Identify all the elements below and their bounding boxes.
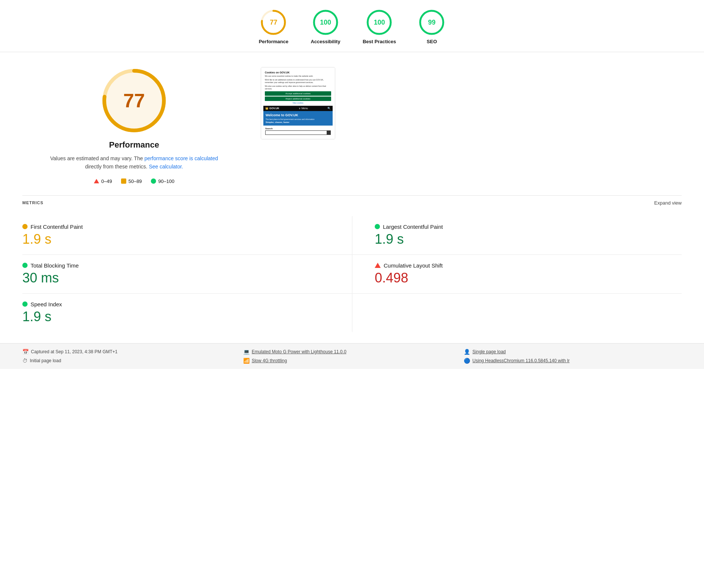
lcp-indicator: [375, 224, 380, 229]
square-icon: [121, 178, 126, 184]
search-input-mock: [266, 131, 327, 135]
score-label-performance: Performance: [259, 39, 288, 44]
score-bar: 77 Performance 100 Accessibility 100 Bes…: [0, 0, 704, 52]
score-label-accessibility: Accessibility: [311, 39, 340, 44]
govuk-bar: 👑 GOV.UK ∨ Menu 🔍: [263, 106, 333, 111]
govuk-search-icon: 🔍: [327, 107, 331, 110]
cls-value: 0.498: [375, 270, 674, 286]
calendar-icon: 📅: [22, 349, 29, 355]
metrics-grid: First Contentful Paint 1.9 s Largest Con…: [22, 216, 682, 332]
metric-si-header: Speed Index: [22, 301, 345, 307]
big-score-circle: 77: [101, 67, 168, 134]
footer-chromium: 🔵 Using HeadlessChromium 116.0.5845.140 …: [464, 358, 682, 364]
throttling-link[interactable]: Slow 4G throttling: [252, 358, 287, 363]
perf-score-link[interactable]: performance score is calculated: [145, 155, 218, 161]
metric-tbt-header: Total Blocking Time: [22, 262, 345, 269]
laptop-icon: 💻: [243, 349, 250, 355]
single-page-link[interactable]: Single page load: [472, 349, 505, 354]
si-value: 1.9 s: [22, 309, 345, 325]
reject-btn: Reject additional cookies: [265, 97, 331, 101]
legend-range-low: 0–49: [101, 178, 112, 184]
score-label-best-practices: Best Practices: [363, 39, 396, 44]
cookie-text-1: We use some essential cookies to make th…: [265, 75, 331, 78]
govuk-logo: 👑 GOV.UK: [265, 107, 279, 110]
govuk-menu: ∨ Menu: [299, 107, 308, 110]
hero-tagline: Simpler, clearer, faster: [266, 121, 330, 123]
fcp-value: 1.9 s: [22, 231, 345, 247]
user-icon: 👤: [464, 349, 470, 355]
screenshot-panel: Cookies on GOV.UK We use some essential …: [261, 67, 335, 139]
score-item-performance[interactable]: 77 Performance: [259, 9, 288, 44]
footer: 📅 Captured at Sep 11, 2023, 4:38 PM GMT+…: [0, 343, 704, 369]
screenshot-mock: Cookies on GOV.UK We use some essential …: [261, 67, 335, 139]
score-circle-accessibility: 100: [312, 9, 339, 36]
chromium-link[interactable]: Using HeadlessChromium 116.0.5845.140 wi…: [472, 358, 570, 363]
chromium-icon: 🔵: [464, 358, 470, 364]
clock-icon: ⏱: [22, 358, 28, 364]
legend-item-high: 90–100: [151, 178, 174, 184]
metric-fcp: First Contentful Paint 1.9 s: [22, 216, 352, 255]
wifi-icon: 📶: [243, 358, 250, 364]
lcp-name: Largest Contentful Paint: [383, 224, 443, 230]
score-circle-best-practices: 100: [366, 9, 393, 36]
accept-btn: Accept additional cookies: [265, 91, 331, 96]
footer-captured: 📅 Captured at Sep 11, 2023, 4:38 PM GMT+…: [22, 349, 240, 355]
si-indicator: [22, 301, 28, 307]
footer-single-page: 👤 Single page load: [464, 349, 682, 355]
metrics-title: METRICS: [22, 200, 44, 205]
hero-title: Welcome to GOV.UK: [266, 113, 330, 117]
metric-lcp: Largest Contentful Paint 1.9 s: [352, 216, 682, 255]
performance-panel: 77 Performance Values are estimated and …: [22, 67, 246, 184]
metric-tbt: Total Blocking Time 30 ms: [22, 255, 352, 294]
lcp-value: 1.9 s: [375, 231, 674, 247]
score-circle-seo: 99: [418, 9, 445, 36]
footer-emulated: 💻 Emulated Moto G Power with Lighthouse …: [243, 349, 461, 355]
cls-name: Cumulative Layout Shift: [384, 262, 443, 269]
circle-icon: [151, 178, 156, 184]
footer-throttling: 📶 Slow 4G throttling: [243, 358, 461, 364]
captured-text: Captured at Sep 11, 2023, 4:38 PM GMT+1: [31, 349, 117, 354]
expand-view-button[interactable]: Expand view: [654, 200, 682, 206]
triangle-icon: [94, 179, 99, 183]
big-score-value: 77: [123, 89, 145, 112]
metric-lcp-header: Largest Contentful Paint: [375, 224, 674, 230]
legend-range-high: 90–100: [158, 178, 174, 184]
fcp-indicator: [22, 224, 28, 229]
cookie-text-2: We'd like to set additional cookies to u…: [265, 79, 331, 84]
calculator-link[interactable]: See calculator.: [149, 164, 183, 170]
cookie-text-3: We also use cookies set by other sites t…: [265, 85, 331, 90]
tbt-value: 30 ms: [22, 270, 345, 286]
performance-title: Performance: [109, 140, 159, 150]
score-item-seo[interactable]: 99 SEO: [418, 9, 445, 44]
cls-indicator: [375, 263, 381, 268]
metric-empty: [352, 294, 682, 332]
cookie-banner: Cookies on GOV.UK We use some essential …: [263, 70, 333, 106]
fcp-name: First Contentful Paint: [31, 224, 83, 230]
score-value-accessibility: 100: [320, 19, 331, 26]
legend-item-low: 0–49: [94, 178, 112, 184]
metric-cls-header: Cumulative Layout Shift: [375, 262, 674, 269]
hero-section: Welcome to GOV.UK The best place to find…: [263, 111, 333, 126]
tbt-indicator: [22, 263, 28, 268]
tbt-name: Total Blocking Time: [31, 262, 79, 269]
score-value-performance: 77: [270, 19, 277, 26]
metric-si: Speed Index 1.9 s: [22, 294, 352, 332]
performance-description: Values are estimated and may vary. The p…: [45, 154, 223, 171]
score-item-accessibility[interactable]: 100 Accessibility: [311, 9, 340, 44]
search-section: Search: [263, 126, 333, 137]
main-content: 77 Performance Values are estimated and …: [0, 52, 704, 195]
search-box: [265, 130, 331, 135]
si-name: Speed Index: [31, 301, 62, 307]
metric-cls: Cumulative Layout Shift 0.498: [352, 255, 682, 294]
initial-load-text: Initial page load: [30, 358, 61, 363]
legend-range-mid: 50–89: [129, 178, 142, 184]
score-item-best-practices[interactable]: 100 Best Practices: [363, 9, 396, 44]
score-value-best-practices: 100: [374, 19, 385, 26]
emulated-device-link[interactable]: Emulated Moto G Power with Lighthouse 11…: [252, 349, 346, 354]
metrics-header: METRICS Expand view: [22, 195, 682, 210]
score-value-seo: 99: [428, 19, 435, 26]
view-cookies-link: View cookies: [265, 102, 331, 104]
search-btn-mock: [327, 131, 330, 135]
footer-initial-load: ⏱ Initial page load: [22, 358, 240, 364]
legend: 0–49 50–89 90–100: [94, 178, 174, 184]
